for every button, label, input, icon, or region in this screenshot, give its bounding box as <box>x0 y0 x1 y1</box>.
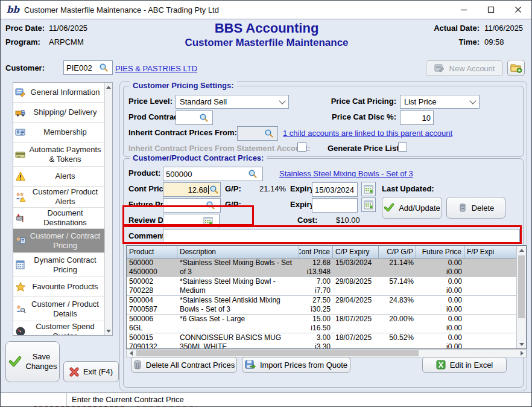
add-update-button[interactable]: Add/Update <box>382 197 442 219</box>
sidebar-item-shipping-delivery[interactable]: Shipping/ Delivery <box>13 103 105 123</box>
cont-expiry-calendar-button[interactable] <box>361 182 376 196</box>
col-header-cont-price[interactable]: Cont Price <box>299 246 333 258</box>
col-header-product[interactable]: Product <box>127 246 177 258</box>
scroll-down-icon[interactable] <box>517 340 526 348</box>
price-cat-pricing-select[interactable]: List Price <box>400 95 480 109</box>
text-caret <box>208 185 209 194</box>
product-label: Product: <box>128 168 160 178</box>
search-icon[interactable] <box>99 63 109 72</box>
table-row[interactable]: 5000066GL *6 Glass Set - Large 15.00i16.… <box>127 315 516 333</box>
customer-pricing-settings-section: Customer Pricing Settings: Price Level: … <box>123 86 524 157</box>
edit-in-excel-button[interactable]: Edit in Excel <box>422 357 507 373</box>
scrollbar-thumb[interactable] <box>136 350 419 356</box>
customer-code-input[interactable] <box>66 63 99 72</box>
calendar-icon[interactable] <box>203 216 214 226</box>
scroll-right-icon[interactable] <box>518 351 526 356</box>
inherit-statement-checkbox[interactable] <box>297 143 306 152</box>
future-price-input[interactable] <box>166 201 206 210</box>
new-account-button[interactable]: New Account <box>426 60 503 76</box>
delete-button[interactable]: Delete <box>446 197 505 219</box>
col-header-fp-expiry[interactable]: F/P Expi <box>464 246 516 258</box>
search-icon[interactable] <box>206 200 215 210</box>
future-price-field[interactable] <box>163 198 221 213</box>
general-information-icon <box>15 87 26 98</box>
review-date-field[interactable] <box>163 214 220 228</box>
col-header-description[interactable]: Description <box>177 246 299 258</box>
cost-label: Cost: <box>297 216 317 225</box>
sidebar-item-automatic-payments[interactable]: Automatic Payments & Tokens <box>13 143 105 167</box>
scroll-down-icon[interactable] <box>105 327 112 335</box>
customer-code-field[interactable] <box>63 60 113 75</box>
sidebar-item-alerts[interactable]: Alerts <box>13 167 105 187</box>
exit-button[interactable]: Exit (F4) <box>63 361 119 382</box>
cont-price-value[interactable]: 12.68 <box>166 185 207 194</box>
search-icon[interactable] <box>199 113 209 123</box>
sidebar-scrollbar[interactable] <box>104 83 112 335</box>
cont-price-field[interactable]: 12.68 <box>163 182 221 197</box>
future-expiry-input[interactable] <box>312 198 358 213</box>
maximize-button[interactable] <box>477 1 504 19</box>
product-input[interactable] <box>166 170 248 179</box>
prod-contract-field[interactable] <box>176 111 213 125</box>
col-header-cp-gp[interactable]: C/P G/P <box>379 246 416 258</box>
table-row[interactable]: 5000004500000 *Stainless Steel Mixing Bo… <box>127 258 516 277</box>
eraser-icon <box>458 203 467 213</box>
inherit-from-input[interactable] <box>240 129 264 138</box>
child-accounts-link[interactable]: 1 child accounts are linked to this pare… <box>283 129 452 138</box>
review-date-input[interactable] <box>166 217 203 226</box>
table-row[interactable]: 500002700228 *Stainless Steel Mixing Bow… <box>127 277 516 296</box>
app-window: bb Customer Masterfile Maintenance - ABC… <box>0 0 532 407</box>
search-icon[interactable] <box>248 169 258 179</box>
col-header-future-price[interactable]: Future Price <box>416 246 464 258</box>
green-check-icon <box>8 356 22 368</box>
future-expiry-calendar-button[interactable] <box>361 197 376 212</box>
scroll-up-icon[interactable] <box>105 83 112 91</box>
prod-contract-input[interactable] <box>179 114 199 123</box>
table-vertical-scrollbar[interactable] <box>516 246 526 348</box>
contract-prices-table: Product Description Cont Price C/P Expir… <box>126 245 527 349</box>
product-name-link[interactable]: Stainless Steel Mixing Bowls - Set of 3 <box>279 169 413 178</box>
inherit-from-field[interactable] <box>237 126 278 141</box>
open-account-folder-button[interactable] <box>507 60 525 76</box>
sidebar-item-membership[interactable]: Membership <box>13 123 105 143</box>
search-icon[interactable] <box>264 129 274 138</box>
sidebar-item-customer-product-alerts[interactable]: Customer/ Product Alerts <box>13 187 105 208</box>
minimize-button[interactable] <box>450 1 477 19</box>
gauge-icon <box>15 326 26 336</box>
table-row[interactable]: 5000047000587 *Stainless Steel Antiskid … <box>127 296 516 315</box>
customer-details-icon <box>15 304 26 315</box>
table-row[interactable]: 5000157090132 CONNOISSEUR BASICS MUG350M… <box>127 333 516 348</box>
customer-name-link[interactable]: PIES & PASTRIES LTD <box>115 64 197 73</box>
col-header-cp-expiry[interactable]: C/P Expiry <box>333 246 379 258</box>
sidebar-item-customer-product-details[interactable]: Customer / Product Details <box>13 297 105 321</box>
scroll-up-icon[interactable] <box>517 246 526 254</box>
price-cat-pricing-label: Price Cat Pricing: <box>323 97 396 106</box>
table-horizontal-scrollbar[interactable] <box>126 349 527 357</box>
sidebar-item-label: Customer / Contract Pricing <box>27 231 104 251</box>
cont-expiry-input[interactable] <box>312 182 358 197</box>
sidebar-item-favourite-products[interactable]: Favourite Products <box>13 277 105 297</box>
sidebar-item-customer-contract-pricing[interactable]: Customer / Contract Pricing <box>13 229 105 253</box>
inherit-from-label: Inherit Contract Prices From: <box>128 128 237 137</box>
close-button[interactable] <box>504 1 531 19</box>
window-title: Customer Masterfile Maintenance - ABC Tr… <box>24 5 219 14</box>
sidebar-item-dynamic-contract-pricing[interactable]: Dynamic Contract Pricing <box>13 253 105 277</box>
search-icon[interactable] <box>209 185 219 194</box>
price-cat-disc-input[interactable] <box>400 111 434 125</box>
folder-add-icon <box>510 63 522 73</box>
save-changes-button[interactable]: Save Changes <box>5 341 60 382</box>
generate-price-list-checkbox[interactable] <box>398 143 407 152</box>
delete-all-contract-prices-button[interactable]: Delete All Contract Prices <box>131 357 237 373</box>
scrollbar-thumb[interactable] <box>518 255 525 318</box>
scroll-left-icon[interactable] <box>127 351 135 356</box>
sidebar-item-customer-spend-quotas[interactable]: Customer Spend Quotas <box>13 321 105 336</box>
price-level-select[interactable]: Standard Sell <box>176 95 289 109</box>
chevron-down-icon <box>279 97 285 104</box>
comment-input[interactable] <box>163 229 520 243</box>
sidebar-item-label: Alerts <box>27 171 104 181</box>
import-prices-from-quote-button[interactable]: Import Prices from Quote <box>242 357 350 373</box>
sidebar-item-general-information[interactable]: General Information <box>13 83 105 103</box>
sidebar-item-document-destinations[interactable]: Document Destinations <box>13 208 105 229</box>
product-field[interactable] <box>163 167 263 181</box>
calendar-icon <box>364 184 374 194</box>
